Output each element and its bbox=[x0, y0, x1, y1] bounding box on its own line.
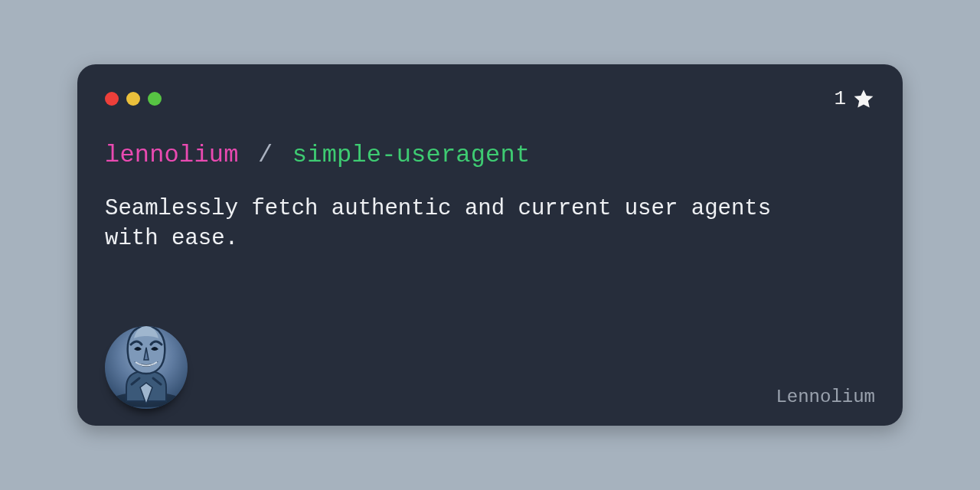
repo-owner[interactable]: lennolium bbox=[105, 141, 239, 169]
traffic-light-green-icon bbox=[148, 92, 162, 106]
mask-avatar-icon bbox=[105, 326, 188, 409]
owner-display-name[interactable]: Lennolium bbox=[776, 387, 875, 409]
breadcrumb: lennolium / simple-useragent bbox=[105, 141, 875, 169]
repo-description: Seamlessly fetch authentic and current u… bbox=[105, 194, 809, 253]
traffic-lights bbox=[105, 92, 162, 106]
star-count: 1 bbox=[834, 87, 846, 110]
repo-name[interactable]: simple-useragent bbox=[292, 141, 530, 169]
star-icon bbox=[852, 87, 875, 110]
traffic-light-red-icon bbox=[105, 92, 119, 106]
star-group[interactable]: 1 bbox=[834, 87, 875, 110]
traffic-light-yellow-icon bbox=[126, 92, 140, 106]
card-topbar: 1 bbox=[105, 87, 875, 110]
repo-card: 1 lennolium / simple-useragent Seamlessl… bbox=[77, 64, 903, 426]
card-footer: Lennolium bbox=[105, 326, 875, 409]
avatar[interactable] bbox=[105, 326, 188, 409]
breadcrumb-separator: / bbox=[258, 141, 273, 169]
